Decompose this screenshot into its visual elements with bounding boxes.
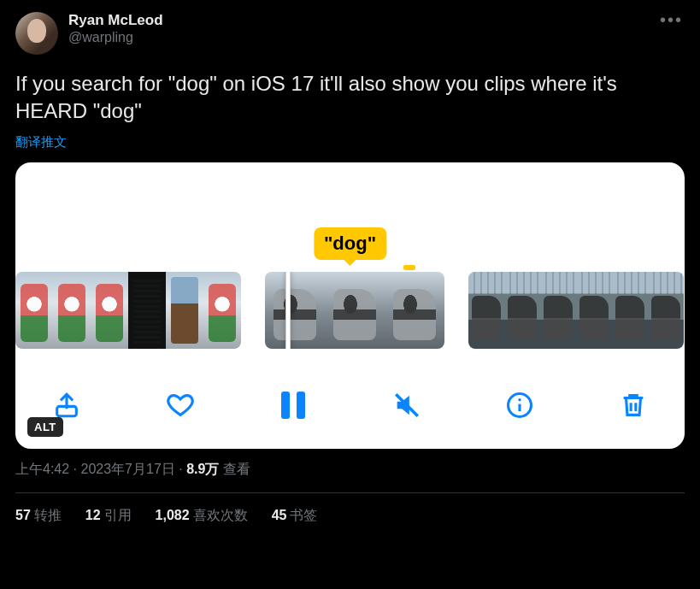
clip-frame xyxy=(128,272,166,349)
stat-quotes[interactable]: 12引用 xyxy=(85,507,132,525)
views-label: 查看 xyxy=(223,462,250,476)
tweet-stats: 57转推 12引用 1,082喜欢次数 45书签 xyxy=(15,493,685,525)
clip-frame xyxy=(203,272,241,349)
svg-point-3 xyxy=(519,398,521,401)
clip-frame xyxy=(166,272,203,349)
tweet-meta: 上午4:42 · 2023年7月17日 · 8.9万 查看 xyxy=(15,461,685,479)
clip-frame xyxy=(385,272,444,349)
more-icon[interactable]: ••• xyxy=(658,12,685,27)
clip-group[interactable] xyxy=(468,272,684,349)
clip-group[interactable] xyxy=(265,272,444,349)
clip-frame xyxy=(325,272,385,349)
avatar[interactable] xyxy=(15,12,58,55)
clip-frame xyxy=(15,272,53,349)
stat-bookmarks[interactable]: 45书签 xyxy=(272,507,318,525)
mute-icon[interactable] xyxy=(390,388,424,422)
clip-group[interactable] xyxy=(15,272,241,349)
tweet-container: Ryan McLeod @warpling ••• If you search … xyxy=(0,0,700,525)
meta-time[interactable]: 上午4:42 xyxy=(15,462,69,476)
clip-frame xyxy=(540,272,576,349)
clip-frame xyxy=(91,272,128,349)
stat-retweets[interactable]: 57转推 xyxy=(15,507,62,525)
info-icon[interactable] xyxy=(503,388,537,422)
pause-icon[interactable] xyxy=(276,388,310,422)
clip-frame xyxy=(648,272,684,349)
clip-frame xyxy=(265,272,325,349)
media-toolbar xyxy=(15,367,685,449)
clip-frame xyxy=(468,272,504,349)
meta-date[interactable]: 2023年7月17日 xyxy=(80,462,174,476)
playhead[interactable] xyxy=(285,272,291,349)
media-card[interactable]: "dog" xyxy=(15,162,685,449)
heart-icon[interactable] xyxy=(163,388,197,422)
search-tooltip: "dog" xyxy=(314,227,386,260)
tweet-text: If you search for "dog" on iOS 17 it'll … xyxy=(15,70,685,126)
tweet-header: Ryan McLeod @warpling ••• xyxy=(15,12,685,55)
stat-likes[interactable]: 1,082喜欢次数 xyxy=(156,507,248,525)
clip-frame xyxy=(53,272,91,349)
handle: @warpling xyxy=(68,30,658,45)
video-timeline[interactable] xyxy=(15,272,685,349)
tooltip-marker xyxy=(403,265,415,270)
author-names[interactable]: Ryan McLeod @warpling xyxy=(68,12,658,45)
alt-badge[interactable]: ALT xyxy=(27,417,63,437)
clip-frame xyxy=(612,272,648,349)
clip-frame xyxy=(576,272,612,349)
translate-link[interactable]: 翻译推文 xyxy=(15,134,67,150)
clip-frame xyxy=(504,272,540,349)
trash-icon[interactable] xyxy=(616,388,650,422)
views-count: 8.9万 xyxy=(186,462,219,476)
display-name: Ryan McLeod xyxy=(68,12,658,29)
